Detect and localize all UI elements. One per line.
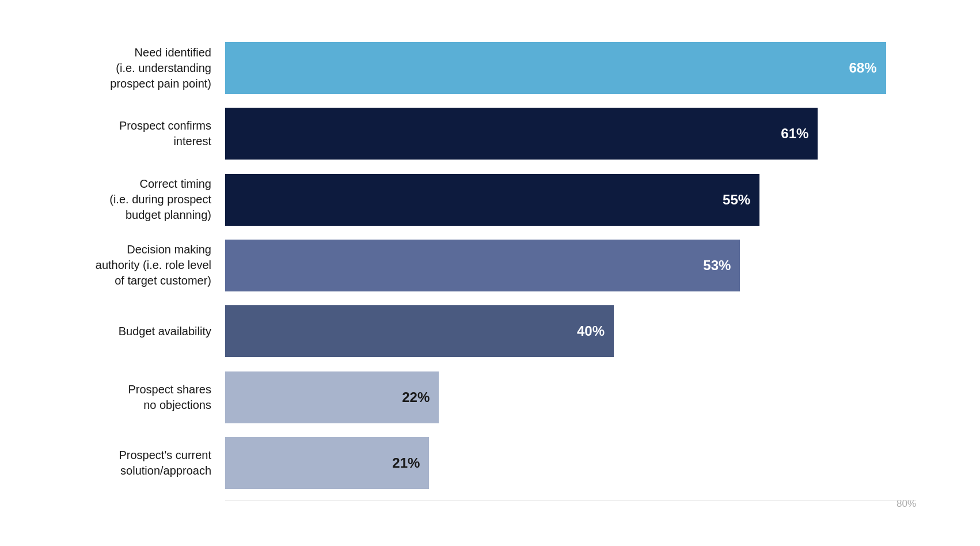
bar-label: Prospect confirmsinterest [41, 118, 225, 149]
bar-fill: 53% [225, 240, 740, 291]
bar-label: Decision makingauthority (i.e. role leve… [41, 242, 225, 289]
bar-col: 68% [225, 42, 916, 94]
bar-value-label: 68% [849, 60, 876, 76]
bar-col: 21%80% [225, 437, 916, 489]
bar-fill: 68% [225, 42, 886, 94]
bar-row: Prospect's currentsolution/approach21%80… [41, 437, 916, 489]
bar-col: 22% [225, 371, 916, 423]
bar-label: Budget availability [41, 324, 225, 339]
bar-value-label: 40% [577, 323, 605, 339]
bar-row: Prospect confirmsinterest61% [41, 108, 916, 160]
bar-col: 55% [225, 174, 916, 226]
bar-label: Prospect sharesno objections [41, 382, 225, 413]
bar-label: Prospect's currentsolution/approach [41, 448, 225, 479]
bar-row: Decision makingauthority (i.e. role leve… [41, 240, 916, 291]
bar-fill: 61% [225, 108, 818, 160]
bar-value-label: 53% [703, 257, 731, 274]
bar-row: Correct timing(i.e. during prospectbudge… [41, 174, 916, 226]
bar-value-label: 55% [723, 192, 750, 208]
bar-fill: 22% [225, 371, 439, 423]
bar-row: Budget availability40% [41, 305, 916, 357]
bar-value-label: 21% [392, 455, 420, 471]
bar-fill: 21% [225, 437, 429, 489]
bar-label: Correct timing(i.e. during prospectbudge… [41, 176, 225, 223]
bar-value-label: 22% [402, 389, 430, 405]
bar-fill: 55% [225, 174, 759, 226]
chart-container: Need identified(i.e. understandingprospe… [29, 14, 951, 532]
bar-fill: 40% [225, 305, 614, 357]
bar-value-label: 61% [781, 126, 808, 142]
bar-row: Prospect sharesno objections22% [41, 371, 916, 423]
bar-col: 53% [225, 240, 916, 291]
bar-col: 40% [225, 305, 916, 357]
bar-col: 61% [225, 108, 916, 160]
axis-line [225, 500, 916, 500]
bar-label: Need identified(i.e. understandingprospe… [41, 45, 225, 92]
bar-row: Need identified(i.e. understandingprospe… [41, 42, 916, 94]
